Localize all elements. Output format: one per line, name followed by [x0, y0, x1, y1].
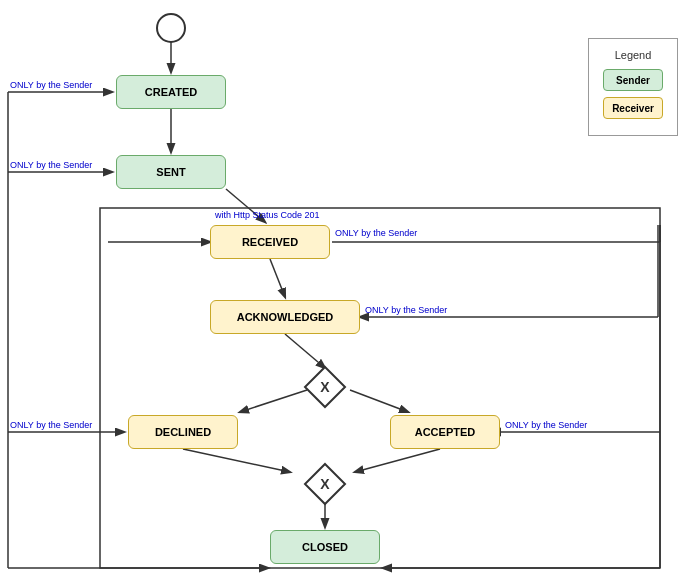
accepted-label: ACCEPTED [415, 426, 476, 438]
svg-line-9 [355, 449, 440, 472]
label-only-sender-declined: ONLY by the Sender [10, 420, 92, 430]
received-label: RECEIVED [242, 236, 298, 248]
node-sent: SENT [116, 155, 226, 189]
legend: Legend Sender Receiver [588, 38, 678, 136]
closed-label: CLOSED [302, 541, 348, 553]
node-accepted: ACCEPTED [390, 415, 500, 449]
legend-sender-item: Sender [603, 69, 663, 91]
sent-label: SENT [156, 166, 185, 178]
label-only-sender-acknowledged: ONLY by the Sender [365, 305, 447, 315]
svg-line-5 [285, 334, 325, 368]
decision-diamond-1: X [303, 365, 347, 409]
legend-title: Legend [603, 49, 663, 61]
svg-line-7 [350, 390, 408, 412]
node-acknowledged: ACKNOWLEDGED [210, 300, 360, 334]
node-declined: DECLINED [128, 415, 238, 449]
label-http-status: with Http Status Code 201 [215, 210, 320, 220]
label-only-sender-created: ONLY by the Sender [10, 80, 92, 90]
node-closed: CLOSED [270, 530, 380, 564]
legend-receiver-swatch: Receiver [603, 97, 663, 119]
node-received: RECEIVED [210, 225, 330, 259]
legend-receiver-label: Receiver [612, 103, 654, 114]
svg-line-4 [270, 259, 285, 297]
legend-sender-swatch: Sender [603, 69, 663, 91]
created-label: CREATED [145, 86, 197, 98]
legend-receiver-item: Receiver [603, 97, 663, 119]
acknowledged-label: ACKNOWLEDGED [237, 311, 334, 323]
decision-diamond-2: X [303, 462, 347, 506]
legend-sender-label: Sender [616, 75, 650, 86]
label-only-sender-sent: ONLY by the Sender [10, 160, 92, 170]
svg-line-8 [183, 449, 290, 472]
svg-rect-11 [100, 208, 660, 568]
svg-point-0 [157, 14, 185, 42]
state-diagram: CREATED SENT RECEIVED ACKNOWLEDGED X DEC… [0, 0, 698, 575]
declined-label: DECLINED [155, 426, 211, 438]
svg-text:X: X [320, 476, 330, 492]
svg-line-6 [240, 390, 307, 412]
node-created: CREATED [116, 75, 226, 109]
svg-text:X: X [320, 379, 330, 395]
label-only-sender-received: ONLY by the Sender [335, 228, 417, 238]
label-only-sender-accepted: ONLY by the Sender [505, 420, 587, 430]
